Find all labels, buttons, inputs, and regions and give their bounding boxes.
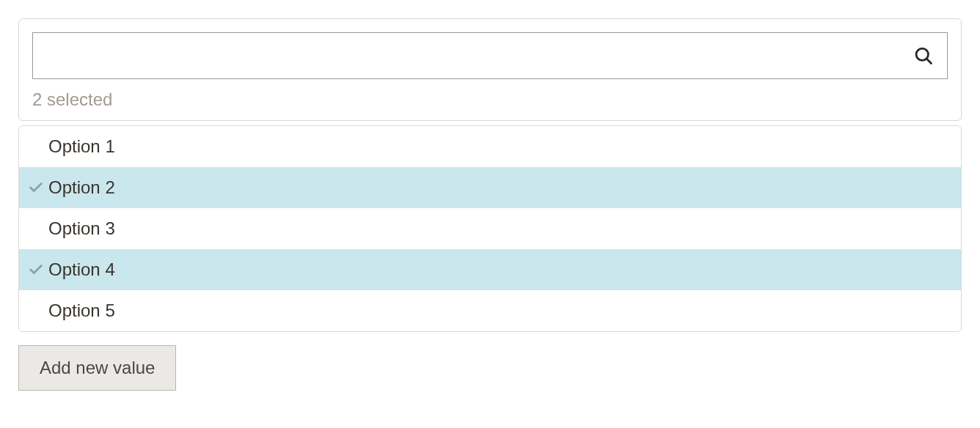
search-panel: 2 selected xyxy=(18,18,962,121)
option-label: Option 1 xyxy=(48,136,952,157)
option-item[interactable]: Option 3 xyxy=(19,208,961,249)
check-icon xyxy=(28,262,48,278)
options-list: Option 1 Option 2 Option 3 Option 4 xyxy=(18,125,962,332)
search-box xyxy=(32,32,948,79)
search-icon[interactable] xyxy=(913,45,947,66)
check-icon xyxy=(28,180,48,196)
search-input[interactable] xyxy=(33,33,913,78)
option-label: Option 3 xyxy=(48,218,952,239)
option-item[interactable]: Option 5 xyxy=(19,290,961,331)
option-item[interactable]: Option 2 xyxy=(19,167,961,208)
option-label: Option 5 xyxy=(48,300,952,321)
svg-line-1 xyxy=(926,59,931,63)
add-new-value-button[interactable]: Add new value xyxy=(18,345,176,391)
option-item[interactable]: Option 1 xyxy=(19,126,961,167)
option-item[interactable]: Option 4 xyxy=(19,249,961,290)
multiselect-dropdown: 2 selected Option 1 Option 2 Option 3 xyxy=(18,18,962,391)
option-label: Option 2 xyxy=(48,177,952,198)
selected-count-label: 2 selected xyxy=(32,89,948,110)
option-label: Option 4 xyxy=(48,259,952,280)
